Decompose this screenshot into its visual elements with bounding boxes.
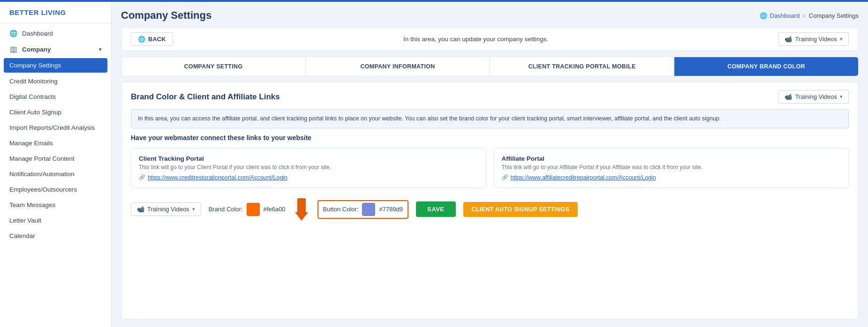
main-content: Company Settings 🌐 Dashboard > Company S… <box>112 2 868 327</box>
sidebar-item-dashboard[interactable]: 🌐 Dashboard <box>0 25 111 41</box>
chevron-down-icon: ▾ <box>840 36 843 42</box>
sidebar-item-label: Manage Emails <box>9 140 53 147</box>
back-button-label: BACK <box>148 36 166 43</box>
sidebar-item-import-reports[interactable]: Import Reports/Credit Analysis <box>0 120 111 135</box>
video-icon-2: 📹 <box>785 93 792 100</box>
sidebar-item-manage-emails[interactable]: Manage Emails <box>0 135 111 151</box>
page-title: Company Settings <box>121 9 211 22</box>
training-videos-label-3: Training Videos <box>147 206 189 213</box>
breadcrumb-dashboard[interactable]: Dashboard <box>770 12 800 19</box>
tab-company-brand-color[interactable]: COMPANY BRAND COLOR <box>674 57 858 76</box>
sidebar-item-credit-monitoring[interactable]: Credit Monitoring <box>0 74 111 89</box>
content-card: Brand Color & Client and Affiliate Links… <box>121 82 859 320</box>
tab-label: COMPANY BRAND COLOR <box>727 63 805 70</box>
chevron-icon: ▾ <box>99 46 102 52</box>
button-color-value: #7789d9 <box>379 206 403 213</box>
back-icon: 🌐 <box>138 36 145 43</box>
tab-company-information[interactable]: COMPANY INFORMATION <box>306 57 490 76</box>
tab-label: CLIENT TRACKING PORTAL MOBILE <box>528 63 635 70</box>
signup-settings-button[interactable]: CLIENT AUTO SIGNUP SETTINGS <box>463 202 578 217</box>
link-icon-2: 🔗 <box>502 174 508 180</box>
brand-color-section: Brand Color: #fe6a00 <box>209 203 286 216</box>
save-button[interactable]: SAVE <box>416 201 455 217</box>
sidebar-item-digital-contracts[interactable]: Digital Contracts <box>0 89 111 104</box>
client-portal-title: Client Tracking Portal <box>139 155 478 162</box>
back-bar: 🌐 BACK In this area, you can update your… <box>121 27 859 51</box>
page-header: Company Settings 🌐 Dashboard > Company S… <box>121 9 859 22</box>
button-color-label: Button Color: <box>323 206 359 213</box>
affiliate-portal-title: Affiliate Portal <box>502 155 841 162</box>
tab-label: COMPANY INFORMATION <box>360 63 435 70</box>
training-videos-label: Training Videos <box>795 36 837 43</box>
bottom-bar: 📹 Training Videos ▾ Brand Color: #fe6a00 <box>131 193 849 221</box>
sidebar-item-label: Company Settings <box>9 62 61 69</box>
down-arrow-indicator <box>295 198 308 221</box>
brand-color-swatch[interactable] <box>247 203 260 216</box>
tab-client-tracking[interactable]: CLIENT TRACKING PORTAL MOBILE <box>490 57 674 76</box>
breadcrumb-separator: > <box>802 12 806 19</box>
sidebar-item-label: Import Reports/Credit Analysis <box>9 124 95 131</box>
sidebar-item-label: Calendar <box>9 232 35 239</box>
sidebar-item-label: Employees/Outsourcers <box>9 186 77 193</box>
tab-company-setting[interactable]: COMPANY SETTING <box>121 57 306 76</box>
content-header: Brand Color & Client and Affiliate Links… <box>131 90 849 104</box>
client-portal-card: Client Tracking Portal This link will go… <box>131 148 486 188</box>
sidebar-item-label: Dashboard <box>22 30 53 37</box>
button-color-section: Button Color: #7789d9 <box>317 200 409 219</box>
sidebar-item-employees[interactable]: Employees/Outsourcers <box>0 182 111 197</box>
links-section-title: Have your webmaster connect these links … <box>131 134 849 141</box>
chevron-down-icon-2: ▾ <box>840 94 843 100</box>
sidebar-item-company[interactable]: 🏢 Company ▾ <box>0 41 111 57</box>
sidebar-item-label: Team Messages <box>9 201 55 208</box>
sidebar-item-notification[interactable]: Notification/Automation <box>0 166 111 182</box>
sidebar-item-client-auto-signup[interactable]: Client Auto Signup <box>0 104 111 120</box>
tab-bar: COMPANY SETTING COMPANY INFORMATION CLIE… <box>121 57 859 76</box>
sidebar: BETTER LIVING 🌐 Dashboard 🏢 Company ▾ Co… <box>0 2 112 327</box>
tab-label: COMPANY SETTING <box>184 63 243 70</box>
sidebar-item-manage-portal[interactable]: Manage Portal Content <box>0 151 111 166</box>
brand-color-label: Brand Color: <box>209 206 243 213</box>
sidebar-item-label: Company <box>22 46 51 53</box>
sidebar-item-calendar[interactable]: Calendar <box>0 228 111 244</box>
button-color-swatch[interactable] <box>362 203 375 216</box>
portal-cards: Client Tracking Portal This link will go… <box>131 148 849 188</box>
sidebar-item-label: Digital Contracts <box>9 93 56 100</box>
info-text: In this area, you can access the affilia… <box>138 115 721 122</box>
sidebar-item-label: Manage Portal Content <box>9 155 75 162</box>
breadcrumb-icon: 🌐 <box>760 12 767 19</box>
back-description: In this area, you can update your compan… <box>403 36 548 43</box>
client-portal-url: https://www.creditrestorationportal.com/… <box>148 174 287 181</box>
company-icon: 🏢 <box>9 45 17 53</box>
section-title: Brand Color & Client and Affiliate Links <box>131 92 280 102</box>
sidebar-item-label: Notification/Automation <box>9 171 75 178</box>
save-label: SAVE <box>427 206 444 213</box>
sidebar-item-label: Letter Vault <box>9 217 41 224</box>
training-videos-button[interactable]: 📹 Training Videos ▾ <box>778 32 849 46</box>
back-button[interactable]: 🌐 BACK <box>131 32 173 46</box>
sidebar-item-company-settings[interactable]: Company Settings <box>4 58 107 73</box>
brand-color-value: #fe6a00 <box>264 206 286 213</box>
breadcrumb-current: Company Settings <box>809 12 859 19</box>
video-icon: 📹 <box>785 36 792 43</box>
sidebar-item-label: Client Auto Signup <box>9 109 61 116</box>
training-videos-button-2[interactable]: 📹 Training Videos ▾ <box>778 90 849 104</box>
training-videos-button-3[interactable]: 📹 Training Videos ▾ <box>131 202 201 216</box>
link-icon: 🔗 <box>139 174 145 180</box>
client-portal-desc: This link will go to your Client Portal … <box>139 164 478 171</box>
brand-logo: BETTER LIVING <box>0 2 111 23</box>
client-portal-link[interactable]: 🔗 https://www.creditrestorationportal.co… <box>139 174 478 181</box>
signup-settings-label: CLIENT AUTO SIGNUP SETTINGS <box>472 206 570 213</box>
affiliate-portal-desc: This link will go to your Affiliate Port… <box>502 164 841 171</box>
sidebar-item-label: Credit Monitoring <box>9 78 58 85</box>
chevron-down-icon-3: ▾ <box>192 206 195 212</box>
video-icon-3: 📹 <box>137 206 144 213</box>
info-box: In this area, you can access the affilia… <box>131 109 849 128</box>
sidebar-divider <box>0 23 111 23</box>
sidebar-item-letter-vault[interactable]: Letter Vault <box>0 213 111 228</box>
affiliate-portal-link[interactable]: 🔗 https://www.affiliatecreditrepairporta… <box>502 174 841 181</box>
training-videos-label-2: Training Videos <box>795 93 837 100</box>
dashboard-icon: 🌐 <box>9 30 17 37</box>
sidebar-item-team-messages[interactable]: Team Messages <box>0 197 111 213</box>
breadcrumb: 🌐 Dashboard > Company Settings <box>760 12 859 19</box>
affiliate-portal-url: https://www.affiliatecreditrepairportal.… <box>511 174 656 181</box>
